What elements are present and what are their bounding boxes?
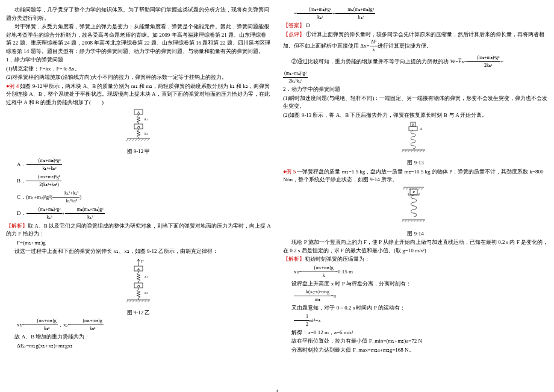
formula-x0: x₀=(m₁+m₂)gk=0.15 m bbox=[283, 264, 548, 279]
para: 故在平衡位置处，拉力有最小值 F_min=(m₁+m₂)a=72 N bbox=[283, 337, 548, 346]
analysis: 【解析】取 A、B 以及它们之间的弹簧组成的整体为研究对象，则当下面的弹簧对地面… bbox=[6, 222, 271, 238]
option-c: C．(m₁+m₂)²g²(k₁²+k₂²k₁²k₂²) bbox=[6, 190, 271, 205]
example-4: ●例 4 如图 9-12 甲所示，两木块 A、B 的质量分别为 m₁ 和 m₂，… bbox=[6, 82, 271, 107]
para: 故 A、B 增加的重力势能共为： bbox=[6, 333, 271, 341]
caption-9-12b: 图 9-12 乙 bbox=[6, 309, 271, 317]
figure-9-14: P bbox=[283, 186, 548, 228]
left-column: 功能问题等，几乎贯穿了整个力学的知识体系。为了帮助同学们掌握这类试题的分析方法，… bbox=[6, 6, 271, 392]
svg-text:k₁: k₁ bbox=[145, 117, 148, 121]
page-number: 4 bbox=[0, 388, 554, 393]
item: (2)对弹簧秤的两端施加(沿轴线方向)大小不同的拉力，弹簧秤的示数一定等于挂钩上… bbox=[6, 73, 271, 82]
analysis-text: 取 A、B 以及它们之间的弹簧组成的整体为研究对象，则当下面的弹簧对地面的压力为… bbox=[6, 223, 270, 237]
note-2: ②通过比较可知，重力势能的增加量并不等于向上提的力所做的功 W=Fx=(m₁+m… bbox=[283, 54, 548, 69]
svg-text:x₁: x₁ bbox=[144, 275, 148, 278]
svg-text:A: A bbox=[137, 267, 140, 272]
svg-text:B: B bbox=[412, 123, 414, 126]
caption-9-12a: 图 9-12 甲 bbox=[6, 148, 271, 156]
figure-9-12a: Ak₁Bk₂ bbox=[6, 108, 271, 146]
svg-text:F: F bbox=[140, 259, 144, 264]
formula-result: =(m₁+m₂)²g²k₂²+m₁(m₁+m₂)g²k₁² bbox=[283, 6, 548, 21]
svg-text:P: P bbox=[412, 190, 415, 194]
analysis-2: 【解析】初始时刻弹簧的压缩量为： bbox=[283, 255, 548, 264]
ex5-text: 一弹簧秤盘的质量 m₁=1.5 kg，盘内放一质量 m₂=10.5 kg 的物体… bbox=[283, 169, 543, 183]
svg-rect-18 bbox=[409, 126, 417, 131]
heading-1: 1．静力学中的弹簧问题 bbox=[6, 56, 271, 64]
svg-text:A: A bbox=[419, 127, 422, 131]
option-b: B．(m₁+m₂)²g²2(k₁²+k₂²) bbox=[6, 173, 271, 188]
formula-cont: (m₁+m₂)²g²2k₁²k₂² bbox=[283, 70, 548, 85]
item: (2)如图 9-13 所示，将 A、B 下压后撤去外力，弹簧在恢复原长时刻 B … bbox=[283, 111, 548, 120]
svg-text:B: B bbox=[137, 125, 140, 129]
answer-label: 【答案】 bbox=[283, 22, 305, 28]
formula-ep: ΔEₚ=m₁g(x₁+x₂)+m₂gx₂ bbox=[6, 342, 271, 350]
para: 分离时刻拉力达到最大值 F_max=m₂a+m₂g=168 N。 bbox=[283, 346, 548, 355]
right-column: =(m₁+m₂)²g²k₂²+m₁(m₁+m₂)g²k₁² 【答案】 D 【点评… bbox=[283, 6, 548, 392]
ex4-text: 如图 9-12 甲所示，两木块 A、B 的质量分别为 m₁ 和 m₂，两轻质弹簧… bbox=[6, 83, 270, 105]
example-5: ●例 5 一弹簧秤盘的质量 m₁=1.5 kg，盘内放一质量 m₂=10.5 k… bbox=[283, 168, 548, 184]
svg-text:x₂: x₂ bbox=[144, 291, 148, 294]
caption-9-13: 图 9-13 bbox=[283, 159, 548, 167]
item: (1)瞬时加速度问题(与绳绝、轻杆不同)：一端固定、另一端接有物体的弹簧，形变不… bbox=[283, 95, 548, 111]
para: 设这一过程中上面和下面的弹簧分别伸长 x₁、x₂，如图 9-12 乙所示，由胡克… bbox=[6, 247, 271, 256]
ex5-label: ●例 5 bbox=[283, 169, 296, 175]
analysis-label: 【解析】 bbox=[6, 223, 28, 229]
formula-k: k(x₀-x)-m₁gm₁=a bbox=[283, 288, 548, 303]
figure-9-13: BA bbox=[283, 121, 548, 157]
item: (1)胡克定律：F=kx，F=-k·Δx。 bbox=[6, 65, 271, 73]
formula-half: 12at²=x bbox=[283, 313, 548, 328]
formula-x: x₁=(m₁+m₂)gk₁²，x₂=(m₁+m₂)gk₂² bbox=[6, 317, 271, 332]
note-label: 【点评】 bbox=[283, 31, 305, 37]
svg-text:A: A bbox=[137, 110, 140, 115]
svg-text:B: B bbox=[137, 284, 140, 288]
para: 对于弹簧，从受力角度看，弹簧上的弹力是变力；从能量角度看，弹簧是个储能元件。因此… bbox=[6, 23, 271, 55]
caption-9-14: 图 9-14 bbox=[283, 230, 548, 238]
para: 设秤盘上升高度 x 时 P 与秤盘分离，分离时刻有： bbox=[283, 280, 548, 288]
para: 功能问题等，几乎贯穿了整个力学的知识体系。为了帮助同学们掌握这类试题的分析方法，… bbox=[6, 6, 271, 22]
option-a: A．(m₁+m₂)²g²k₁²+k₂² bbox=[6, 157, 271, 172]
para: 现给 P 施加一个竖直向上的力 F，使 P 从静止开始向上做匀加速直线运动，已知… bbox=[283, 238, 548, 255]
ex4-label: ●例 4 bbox=[6, 83, 19, 89]
note: 【点评】 ①计算上面弹簧的伸长量时，较多同学会先计算原来的压缩量，然后计算后来的… bbox=[283, 31, 548, 54]
para: 解得：x=0.12 m，a=6 m/s² bbox=[283, 329, 548, 337]
option-d: D．(m₁+m₂)²g²k₂²+m₁(m₁+m₂)g²k₁² bbox=[6, 206, 271, 221]
figure-9-12b: FAx₁Bx₂ bbox=[6, 258, 271, 307]
formula-f: F=(m₁+m₂)g bbox=[6, 239, 271, 247]
para: 又由题意知，对于 0～0.2 s 时间内 P 的运动有： bbox=[283, 304, 548, 313]
svg-text:k₂: k₂ bbox=[145, 132, 148, 135]
answer: 【答案】 D bbox=[283, 22, 548, 30]
heading-2: 2．动力学中的弹簧问题 bbox=[283, 86, 548, 94]
analysis-label: 【解析】 bbox=[283, 256, 305, 262]
